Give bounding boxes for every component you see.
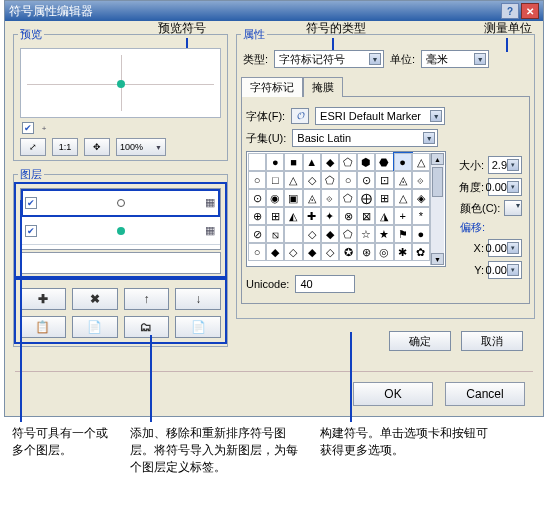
font-combo[interactable]: ESRI Default Marker ▼ — [315, 107, 445, 125]
glyph-cell[interactable]: ⟐ — [321, 189, 339, 207]
glyph-cell[interactable]: ◆ — [321, 225, 339, 243]
dialog-ok-button[interactable]: 确定 — [389, 331, 451, 351]
glyph-cell[interactable]: ◉ — [266, 189, 284, 207]
glyph-cell[interactable]: ⊞ — [266, 207, 284, 225]
glyph-cell[interactable]: ◆ — [303, 243, 321, 261]
type-combo[interactable]: 字符标记符号 ▼ — [274, 50, 384, 68]
glyph-cell[interactable]: ✿ — [412, 243, 430, 261]
scroll-down-icon[interactable]: ▼ — [431, 253, 444, 265]
glyph-cell[interactable]: ◈ — [412, 189, 430, 207]
glyph-cell[interactable]: ▲ — [303, 153, 321, 171]
offx-input[interactable]: 0.00▾ — [488, 239, 522, 257]
glyph-cell[interactable]: ○ — [248, 243, 266, 261]
move-up-button[interactable]: ↑ — [124, 288, 170, 310]
tab-char-marker[interactable]: 字符标记 — [241, 77, 303, 97]
glyph-cell[interactable]: ○ — [248, 171, 266, 189]
glyph-grid[interactable]: ●■▲◆⬠⬢⬣●△○□△◇⬠○⊙⊡◬⟐⊙◉▣◬⟐⬠⨁⊞△◈⊕⊞◭✚✦⊗⊠◮+*⊘… — [246, 151, 446, 267]
glyph-cell[interactable]: ⊙ — [357, 171, 375, 189]
unicode-input[interactable]: 40 — [295, 275, 355, 293]
copy-layer-button[interactable]: 📋 — [20, 316, 66, 338]
glyph-cell[interactable]: ⬣ — [375, 153, 393, 171]
lock-icon[interactable]: ▦ — [200, 196, 220, 209]
color-picker[interactable] — [504, 200, 522, 216]
glyph-cell[interactable]: ◇ — [303, 171, 321, 189]
glyph-cell[interactable]: ★ — [375, 225, 393, 243]
subset-combo[interactable]: Basic Latin ▼ — [292, 129, 438, 147]
glyph-cell[interactable]: ☆ — [357, 225, 375, 243]
glyph-cell[interactable]: ⊕ — [248, 207, 266, 225]
glyph-cell[interactable] — [284, 225, 302, 243]
glyph-cell[interactable]: ○ — [339, 171, 357, 189]
glyph-cell[interactable]: ⬢ — [357, 153, 375, 171]
glyph-cell[interactable]: ⬠ — [339, 225, 357, 243]
scroll-up-icon[interactable]: ▲ — [431, 153, 444, 165]
import-layer-button[interactable]: 🗂 — [124, 316, 170, 338]
contract-button[interactable]: ✥ — [84, 138, 110, 156]
glyph-cell[interactable]: + — [394, 207, 412, 225]
glyph-cell[interactable]: ◇ — [321, 243, 339, 261]
glyph-cell[interactable]: ◇ — [284, 243, 302, 261]
glyph-cell[interactable]: ◮ — [375, 207, 393, 225]
glyph-cell[interactable]: ⊠ — [357, 207, 375, 225]
glyph-cell[interactable] — [248, 153, 266, 171]
glyph-cell[interactable]: ✱ — [394, 243, 412, 261]
help-button[interactable]: ? — [501, 3, 519, 19]
glyph-cell[interactable]: * — [412, 207, 430, 225]
preview-checkbox[interactable] — [22, 122, 34, 134]
outer-ok-button[interactable]: OK — [353, 382, 433, 406]
add-layer-button[interactable]: ✚ — [20, 288, 66, 310]
glyph-cell[interactable]: ◬ — [394, 171, 412, 189]
layer-visible-checkbox[interactable] — [25, 225, 37, 237]
dialog-cancel-button[interactable]: 取消 — [461, 331, 523, 351]
glyph-cell[interactable]: ⊞ — [375, 189, 393, 207]
close-button[interactable]: ✕ — [521, 3, 539, 19]
move-down-button[interactable]: ↓ — [175, 288, 221, 310]
glyph-cell[interactable]: ● — [394, 153, 412, 171]
glyph-cell[interactable]: ⧅ — [266, 225, 284, 243]
glyph-cell[interactable]: □ — [266, 171, 284, 189]
tab-mask[interactable]: 掩膜 — [303, 77, 343, 97]
glyph-cell[interactable]: ◭ — [284, 207, 302, 225]
glyph-cell[interactable]: △ — [394, 189, 412, 207]
angle-input[interactable]: 0.00▾ — [488, 178, 522, 196]
glyph-cell[interactable]: ✦ — [321, 207, 339, 225]
layer-row[interactable]: ▦ — [21, 217, 220, 245]
glyph-cell[interactable]: ⊛ — [357, 243, 375, 261]
glyph-cell[interactable]: △ — [284, 171, 302, 189]
glyph-cell[interactable]: ▣ — [284, 189, 302, 207]
glyph-cell[interactable]: ⬠ — [339, 153, 357, 171]
glyph-cell[interactable]: ✪ — [339, 243, 357, 261]
glyph-cell[interactable]: ◆ — [266, 243, 284, 261]
glyph-cell[interactable]: ⨁ — [357, 189, 375, 207]
layers-list[interactable]: ▦ ▦ — [20, 188, 221, 250]
expand-button[interactable]: ⤢ — [20, 138, 46, 156]
glyph-cell[interactable]: ✚ — [303, 207, 321, 225]
scrollbar-icon[interactable]: ▲ ▼ — [430, 153, 444, 265]
paste-layer-button[interactable]: 📄 — [72, 316, 118, 338]
outer-cancel-button[interactable]: Cancel — [445, 382, 525, 406]
glyph-cell[interactable]: ◇ — [303, 225, 321, 243]
unit-combo[interactable]: 毫米 ▼ — [421, 50, 489, 68]
glyph-cell[interactable]: ⟐ — [412, 171, 430, 189]
glyph-cell[interactable]: ◆ — [321, 153, 339, 171]
layer-row[interactable]: ▦ — [21, 189, 220, 217]
glyph-cell[interactable]: ◬ — [303, 189, 321, 207]
glyph-cell[interactable]: ⊙ — [248, 189, 266, 207]
tag-layer-button[interactable]: 📄 — [175, 316, 221, 338]
glyph-cell[interactable]: ◎ — [375, 243, 393, 261]
glyph-cell[interactable]: ⬠ — [321, 171, 339, 189]
glyph-cell[interactable]: ⊘ — [248, 225, 266, 243]
glyph-cell[interactable]: ■ — [284, 153, 302, 171]
glyph-cell[interactable]: ⊗ — [339, 207, 357, 225]
offy-input[interactable]: 0.00▾ — [488, 261, 522, 279]
glyph-cell[interactable]: ● — [412, 225, 430, 243]
glyph-cell[interactable]: △ — [412, 153, 430, 171]
glyph-cell[interactable]: ⬠ — [339, 189, 357, 207]
glyph-cell[interactable]: ⊡ — [375, 171, 393, 189]
layer-visible-checkbox[interactable] — [25, 197, 37, 209]
size-input[interactable]: 2.9▾ — [488, 156, 522, 174]
remove-layer-button[interactable]: ✖ — [72, 288, 118, 310]
lock-icon[interactable]: ▦ — [200, 224, 220, 237]
one-to-one-button[interactable]: 1:1 — [52, 138, 78, 156]
zoom-combo[interactable]: 100% ▼ — [116, 138, 166, 156]
